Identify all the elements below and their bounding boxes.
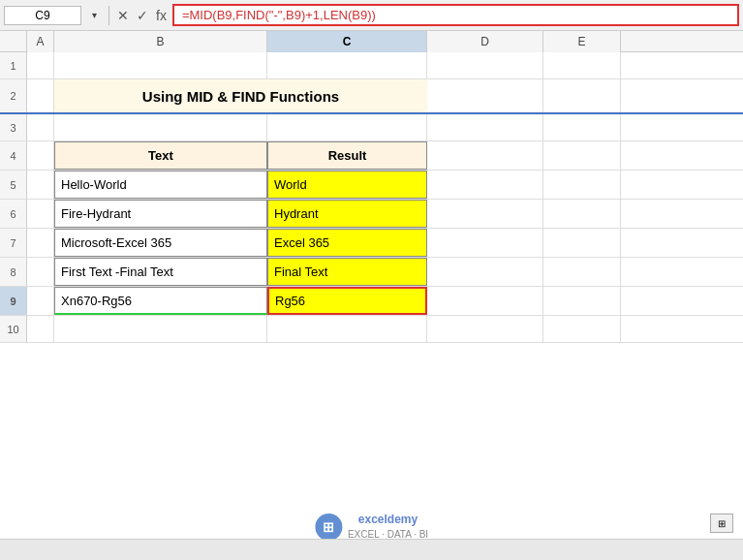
cell-e3[interactable] xyxy=(543,114,621,140)
row-header-7: 7 xyxy=(0,229,27,257)
cell-a5[interactable] xyxy=(27,171,54,199)
cell-e1[interactable] xyxy=(543,52,621,78)
formula-input[interactable] xyxy=(172,4,739,26)
cell-d8[interactable] xyxy=(427,258,543,286)
cell-c7[interactable]: Excel 365 xyxy=(267,229,427,257)
scroll-icon[interactable]: ⊞ xyxy=(710,513,733,533)
row-header-10: 10 xyxy=(0,316,27,342)
cell-a4[interactable] xyxy=(27,141,54,170)
cell-d5[interactable] xyxy=(427,171,543,199)
cell-d3[interactable] xyxy=(427,114,543,140)
cell-a7[interactable] xyxy=(27,229,54,257)
cell-b1[interactable] xyxy=(54,52,267,78)
status-bar xyxy=(0,539,743,560)
cell-d6[interactable] xyxy=(427,200,543,228)
cell-e9[interactable] xyxy=(543,287,621,315)
row-header-4: 4 xyxy=(0,141,27,170)
cell-e10[interactable] xyxy=(543,316,621,342)
cell-b9[interactable]: Xn670-Rg56 xyxy=(54,287,267,315)
row-header-8: 8 xyxy=(0,258,27,286)
cell-d10[interactable] xyxy=(427,316,543,342)
corner-cell xyxy=(0,31,27,51)
formula-divider xyxy=(108,6,109,25)
cell-e2[interactable] xyxy=(543,79,621,112)
cell-c6[interactable]: Hydrant xyxy=(267,200,427,228)
cell-a1[interactable] xyxy=(27,52,54,78)
cell-name-box[interactable]: C9 xyxy=(4,6,81,25)
watermark-logo: ⊞ xyxy=(315,513,342,541)
fx-icon[interactable]: fx xyxy=(154,8,169,23)
spreadsheet: A B C D E 1 2 Using MID & FIND Functions… xyxy=(0,31,743,343)
cell-c4-header[interactable]: Result xyxy=(267,141,427,170)
cell-a3[interactable] xyxy=(27,114,54,140)
cell-b4-header[interactable]: Text xyxy=(54,141,267,170)
row-9: 9 Xn670-Rg56 Rg56 xyxy=(0,287,743,316)
cell-d2[interactable] xyxy=(427,79,543,112)
row-7: 7 Microsoft-Excel 365 Excel 365 xyxy=(0,229,743,258)
cell-a6[interactable] xyxy=(27,200,54,228)
row-header-6: 6 xyxy=(0,200,27,228)
cell-b7[interactable]: Microsoft-Excel 365 xyxy=(54,229,267,257)
col-header-d[interactable]: D xyxy=(427,31,543,52)
cell-b10[interactable] xyxy=(54,316,267,342)
row-header-5: 5 xyxy=(0,171,27,199)
col-header-a[interactable]: A xyxy=(27,31,54,52)
cell-e8[interactable] xyxy=(543,258,621,286)
cell-e5[interactable] xyxy=(543,171,621,199)
cell-c1[interactable] xyxy=(267,52,427,78)
cell-a10[interactable] xyxy=(27,316,54,342)
cell-c10[interactable] xyxy=(267,316,427,342)
row-6: 6 Fire-Hydrant Hydrant xyxy=(0,200,743,229)
column-header-row: A B C D E xyxy=(0,31,743,52)
title-cell: Using MID & FIND Functions xyxy=(54,79,427,112)
cell-dropdown-icon[interactable]: ▾ xyxy=(85,10,103,20)
row-header-9: 9 xyxy=(0,287,27,315)
cell-d9[interactable] xyxy=(427,287,543,315)
cell-c5[interactable]: World xyxy=(267,171,427,199)
cell-a9[interactable] xyxy=(27,287,54,315)
cell-c8[interactable]: Final Text xyxy=(267,258,427,286)
row-4: 4 Text Result xyxy=(0,141,743,171)
row-2: 2 Using MID & FIND Functions xyxy=(0,79,743,114)
col-header-e[interactable]: E xyxy=(543,31,621,52)
row-8: 8 First Text -Final Text Final Text xyxy=(0,258,743,287)
row-5: 5 Hello-World World xyxy=(0,171,743,200)
col-header-b[interactable]: B xyxy=(54,31,267,52)
cell-b5[interactable]: Hello-World xyxy=(54,171,267,199)
row-10: 10 xyxy=(0,316,743,343)
row-header-3: 3 xyxy=(0,114,27,140)
formula-bar: C9 ▾ ✕ ✓ fx xyxy=(0,0,743,31)
cell-c9-selected[interactable]: Rg56 xyxy=(267,287,427,315)
cell-a2[interactable] xyxy=(27,79,54,112)
col-header-c[interactable]: C xyxy=(267,31,427,52)
watermark-text: exceldemy EXCEL · DATA · BI xyxy=(348,513,428,541)
cell-a8[interactable] xyxy=(27,258,54,286)
cell-b3[interactable] xyxy=(54,114,267,140)
cancel-icon[interactable]: ✕ xyxy=(115,8,131,23)
confirm-icon[interactable]: ✓ xyxy=(135,8,150,23)
row-header-2: 2 xyxy=(0,79,27,112)
cell-e6[interactable] xyxy=(543,200,621,228)
watermark: ⊞ exceldemy EXCEL · DATA · BI xyxy=(315,513,428,541)
cell-e7[interactable] xyxy=(543,229,621,257)
formula-icons: ✕ ✓ fx xyxy=(115,8,169,23)
row-1: 1 xyxy=(0,52,743,79)
row-header-1: 1 xyxy=(0,52,27,78)
cell-d1[interactable] xyxy=(427,52,543,78)
cell-c3[interactable] xyxy=(267,114,427,140)
grid-body: 1 2 Using MID & FIND Functions 3 4 xyxy=(0,52,743,343)
row-3: 3 xyxy=(0,114,743,141)
cell-d4[interactable] xyxy=(427,141,543,170)
cell-e4[interactable] xyxy=(543,141,621,170)
cell-d7[interactable] xyxy=(427,229,543,257)
cell-b6[interactable]: Fire-Hydrant xyxy=(54,200,267,228)
cell-b8[interactable]: First Text -Final Text xyxy=(54,258,267,286)
